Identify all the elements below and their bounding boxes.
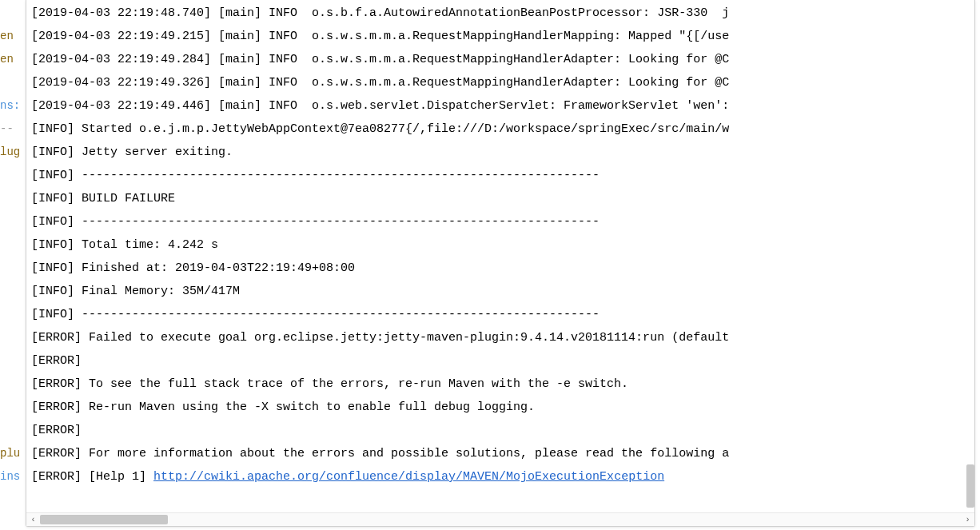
gutter-line [0,326,26,349]
log-line: [ERROR] Failed to execute goal org.eclip… [31,326,970,349]
gutter-line [0,303,26,326]
gutter-line [0,396,26,419]
console-output[interactable]: [2019-04-03 22:19:48.740] [main] INFO o.… [26,0,974,512]
gutter-line [0,233,26,257]
gutter-line: plu [0,442,26,465]
vertical-scroll-thumb[interactable] [966,464,974,508]
log-line: [INFO] Final Memory: 35M/417M [31,280,970,303]
log-line: [ERROR] To see the full stack trace of t… [31,373,970,396]
help-link[interactable]: http://cwiki.apache.org/confluence/displ… [153,470,664,484]
scroll-track[interactable] [40,513,961,526]
gutter-line [0,187,26,210]
console-panel: [2019-04-03 22:19:48.740] [main] INFO o.… [26,0,975,527]
gutter-line: ns: [0,94,26,118]
log-line: [2019-04-03 22:19:49.326] [main] INFO o.… [31,71,970,94]
log-line: [ERROR] [31,349,970,373]
gutter-line: en [0,25,26,48]
gutter-line [0,373,26,396]
gutter-line [0,2,26,25]
log-line: [ERROR] Re-run Maven using the -X switch… [31,396,970,419]
gutter-line: en [0,48,26,71]
gutter-line [0,349,26,373]
gutter-line [0,280,26,303]
log-line: [INFO] Total time: 4.242 s [31,233,970,257]
scroll-right-arrow[interactable]: › [961,513,974,527]
log-line: [ERROR] [Help 1] http://cwiki.apache.org… [31,465,970,488]
log-line: [INFO] Jetty server exiting. [31,141,970,164]
log-line: [INFO] ---------------------------------… [31,164,970,187]
log-line: [INFO] Finished at: 2019-04-03T22:19:49+… [31,257,970,280]
log-line: [ERROR] [31,419,970,442]
log-line: [INFO] BUILD FAILURE [31,187,970,210]
log-line: [2019-04-03 22:19:48.740] [main] INFO o.… [31,2,970,25]
gutter-line [0,419,26,442]
gutter-line [0,71,26,94]
log-line: [2019-04-03 22:19:49.284] [main] INFO o.… [31,48,970,71]
log-line: [INFO] ---------------------------------… [31,303,970,326]
gutter-line: lug [0,141,26,164]
scroll-left-arrow[interactable]: ‹ [26,513,40,527]
log-line: [INFO] Started o.e.j.m.p.JettyWebAppCont… [31,118,970,141]
gutter-line [0,164,26,187]
gutter-line: -- [0,118,26,141]
log-line: [ERROR] For more information about the e… [31,442,970,465]
vertical-scrollbar[interactable] [964,0,975,511]
scroll-thumb[interactable] [40,515,168,524]
log-line: [INFO] ---------------------------------… [31,210,970,233]
editor-gutter: enenns:--lug pluins [0,0,26,530]
horizontal-scrollbar[interactable]: ‹ › [26,512,974,526]
gutter-line: ins [0,465,26,488]
gutter-line [0,257,26,280]
log-text: [ERROR] [Help 1] [31,470,153,484]
log-line: [2019-04-03 22:19:49.215] [main] INFO o.… [31,25,970,48]
log-line: [2019-04-03 22:19:49.446] [main] INFO o.… [31,94,970,118]
gutter-line [0,210,26,233]
